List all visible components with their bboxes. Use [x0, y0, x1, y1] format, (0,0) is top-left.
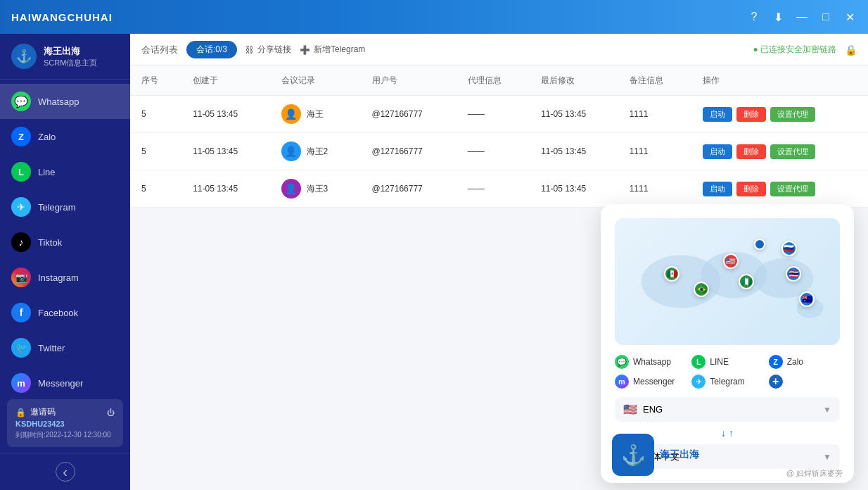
col-record: 会议记录 [270, 66, 361, 96]
list-label: 会话列表 [141, 44, 178, 56]
sidebar-collapse-button[interactable]: ‹ [0, 453, 130, 490]
col-modified: 最后修改 [530, 66, 618, 96]
sidebar-header-text: 海王出海 SCRM信息主页 [44, 45, 97, 68]
cell-usernum: @127166777 [361, 170, 457, 208]
table-header-row: 序号 创建于 会议记录 用户号 代理信息 最后修改 备注信息 操作 [130, 66, 868, 96]
delete-button[interactable]: 删除 [736, 107, 766, 122]
help-button[interactable]: ? [747, 11, 761, 23]
platform-messenger: m Messenger [615, 375, 686, 389]
add-icon: ➕ [300, 45, 310, 55]
platform-telegram-label: Telegram [710, 377, 744, 387]
map-area: 🇺🇸 🇷🇺 🇲🇽 🇧🇷 🇳🇬 🇹🇭 🇦🇺 [615, 218, 840, 345]
sidebar-item-whatsapp[interactable]: 💬 Whatsapp [0, 84, 130, 119]
sidebar-item-zalo[interactable]: Z Zalo [0, 119, 130, 154]
content-area: 会话列表 会话:0/3 ⛓ 分享链接 ➕ 新增Telegram ● 已连接安全加… [130, 34, 868, 490]
zalo-icon: Z [11, 127, 31, 146]
table-row: 5 11-05 13:45 👤 海王 @127166777 —— 11-05 1… [130, 96, 868, 133]
main-layout: ⚓ 海王出海 SCRM信息主页 💬 Whatsapp Z Zalo L Line [0, 34, 868, 490]
proxy-button[interactable]: 设置代理 [770, 182, 815, 196]
tab-active[interactable]: 会话:0/3 [186, 41, 237, 58]
close-button[interactable]: ✕ [843, 11, 857, 24]
eng-label: ENG [643, 404, 817, 415]
cell-modified: 11-05 13:45 [530, 96, 618, 133]
connection-status: ● 已连接安全加密链路 [753, 44, 836, 56]
minimize-button[interactable]: — [795, 11, 809, 23]
proxy-button[interactable]: 设置代理 [770, 144, 815, 159]
pin-us: 🇺🇸 [723, 253, 739, 269]
sidebar-items: 💬 Whatsapp Z Zalo L Line ✈ Telegram ♪ Ti… [0, 80, 130, 394]
platform-telegram-icon: ✈ [691, 375, 706, 389]
sidebar-item-twitter[interactable]: 🐦 Twitter [0, 330, 130, 365]
pins-container: 🇺🇸 🇷🇺 🇲🇽 🇧🇷 🇳🇬 🇹🇭 🇦🇺 [615, 218, 840, 345]
proxy-button[interactable]: 设置代理 [770, 107, 815, 122]
maximize-button[interactable]: □ [819, 11, 833, 23]
app-title: HAIWANGCHUHAI [11, 11, 747, 23]
sidebar-logo: ⚓ [11, 44, 37, 69]
table-row: 5 11-05 13:45 👤 海王3 @127166777 —— 11-05 … [130, 170, 868, 208]
twitter-icon: 🐦 [11, 338, 31, 358]
cell-created: 11-05 13:45 [181, 170, 269, 208]
table-row: 5 11-05 13:45 👤 海王2 @127166777 —— 11-05 … [130, 133, 868, 170]
download-button[interactable]: ⬇ [771, 11, 785, 24]
whatsapp-icon: 💬 [11, 92, 31, 111]
window-controls: ? ⬇ — □ ✕ [747, 11, 857, 24]
sidebar-item-line[interactable]: L Line [0, 154, 130, 189]
cell-seq: 5 [130, 133, 181, 170]
cell-usernum: @127166777 [361, 133, 457, 170]
cell-created: 11-05 13:45 [181, 96, 269, 133]
sidebar: ⚓ 海王出海 SCRM信息主页 💬 Whatsapp Z Zalo L Line [0, 34, 130, 490]
cell-user: 👤 海王 [270, 96, 361, 133]
brand-text: 海王出海 [660, 448, 699, 461]
cell-actions: 启动 删除 设置代理 [691, 96, 868, 133]
share-icon: ⛓ [245, 45, 254, 55]
platform-line-icon: L [691, 355, 706, 369]
cell-modified: 11-05 13:45 [530, 170, 618, 208]
platform-whatsapp-label: Whatsapp [633, 357, 671, 367]
sidebar-item-facebook[interactable]: f Facebook [0, 295, 130, 330]
platform-line-label: LINE [710, 357, 729, 367]
line-icon: L [11, 162, 31, 182]
platform-telegram: ✈ Telegram [691, 375, 762, 389]
cell-seq: 5 [130, 170, 181, 208]
add-telegram-action[interactable]: ➕ 新增Telegram [300, 44, 365, 56]
pin-ru: 🇷🇺 [781, 241, 797, 256]
cell-proxy: —— [457, 96, 530, 133]
pin-ng: 🇳🇬 [739, 274, 754, 289]
floating-card: 🇺🇸 🇷🇺 🇲🇽 🇧🇷 🇳🇬 🇹🇭 🇦🇺 💬 Whatsapp [601, 204, 854, 483]
facebook-label: Facebook [38, 308, 78, 318]
start-button[interactable]: 启动 [703, 107, 732, 122]
platform-more[interactable]: + [769, 375, 840, 389]
sidebar-item-instagram[interactable]: 📷 Instagram [0, 260, 130, 295]
cell-note: 1111 [618, 170, 691, 208]
pin-dot [754, 239, 765, 250]
platforms-grid: 💬 Whatsapp L LINE Z Zalo m Messenger ✈ [615, 355, 840, 389]
col-action: 操作 [691, 66, 868, 96]
start-button[interactable]: 启动 [703, 144, 732, 159]
delete-button[interactable]: 删除 [736, 144, 766, 159]
col-note: 备注信息 [618, 66, 691, 96]
tiktok-icon: ♪ [11, 232, 31, 252]
share-link-action[interactable]: ⛓ 分享链接 [245, 44, 291, 56]
sidebar-item-telegram[interactable]: ✈ Telegram [0, 189, 130, 225]
start-button[interactable]: 启动 [703, 182, 732, 196]
cell-proxy: —— [457, 133, 530, 170]
cell-actions: 启动 删除 设置代理 [691, 170, 868, 208]
pin-au: 🇦🇺 [799, 291, 815, 307]
cell-note: 1111 [618, 96, 691, 133]
cell-created: 11-05 13:45 [181, 133, 269, 170]
pin-mx: 🇲🇽 [664, 266, 679, 282]
delete-button[interactable]: 删除 [736, 182, 766, 196]
sidebar-item-tiktok[interactable]: ♪ Tiktok [0, 225, 130, 260]
sessions-table: 序号 创建于 会议记录 用户号 代理信息 最后修改 备注信息 操作 5 11-0… [130, 66, 868, 208]
col-created: 创建于 [181, 66, 269, 96]
invite-title: 🔒 邀请码 [15, 406, 56, 418]
cell-user: 👤 海王3 [270, 170, 361, 208]
power-icon[interactable]: ⏻ [107, 408, 115, 417]
user-name: 海王 [307, 108, 324, 120]
platform-line: L LINE [691, 355, 762, 369]
sidebar-item-messenger[interactable]: m Messenger [0, 365, 130, 394]
col-usernum: 用户号 [361, 66, 457, 96]
platform-zalo: Z Zalo [769, 355, 840, 369]
lang-eng-row[interactable]: 🇺🇸 ENG ▼ [615, 397, 840, 422]
invite-section: 🔒 邀请码 ⏻ KSDHU23423 到期时间:2022-12-30 12:30… [7, 399, 123, 447]
